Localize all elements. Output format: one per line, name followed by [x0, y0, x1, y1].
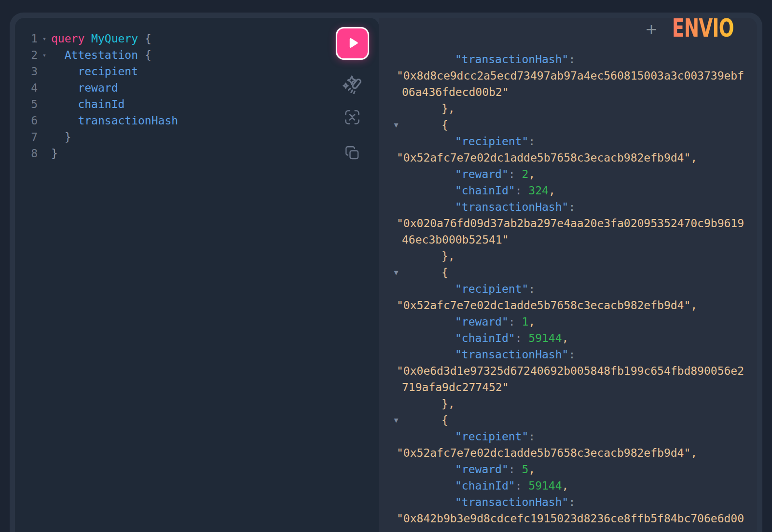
result-row: ▼{ [379, 412, 757, 428]
code-token: : [568, 201, 575, 213]
code-token: recipient [78, 65, 138, 78]
code-token [51, 65, 78, 78]
result-row: "reward": 5, [379, 461, 757, 477]
code-token [51, 49, 65, 61]
play-icon [345, 36, 360, 52]
code-token: 59144 [528, 332, 562, 344]
code-line: 7 } [15, 129, 379, 145]
result-row: ▼{ [379, 264, 757, 281]
result-row: "recipient": [379, 281, 757, 297]
code-token: : [568, 53, 575, 66]
copy-icon [344, 145, 360, 163]
code-token: } [51, 131, 71, 143]
collapse-arrow-icon[interactable]: ▼ [390, 412, 402, 428]
code-token: "chainId" [455, 332, 515, 344]
code-token: 06a436fdecd00b2" [402, 86, 509, 98]
result-row: "transactionHash": [379, 346, 757, 363]
fold-arrow-icon[interactable]: ▾ [38, 47, 51, 63]
code-token: : [528, 430, 535, 443]
code-token: "0x52afc7e7e02dc1adde5b7658c3ecacb982efb… [397, 151, 697, 164]
code-token: "chainId" [455, 479, 515, 492]
result-row: "0x52afc7e7e02dc1adde5b7658c3ecacb982efb… [379, 445, 757, 461]
code-token: : [528, 135, 535, 148]
code-token [51, 98, 78, 110]
code-token: 5 [522, 463, 528, 476]
code-token: { [145, 49, 152, 61]
code-token: : [509, 168, 522, 180]
line-number: 2 [15, 47, 38, 63]
code-token: 46ec3b000b52541" [402, 233, 509, 246]
code-token: "transactionHash" [455, 348, 568, 361]
code-token: 59144 [528, 479, 562, 492]
code-line: 1▾query MyQuery { [15, 30, 379, 47]
collapse-arrow-icon[interactable]: ▼ [390, 117, 402, 133]
code-token: "reward" [455, 463, 509, 476]
line-number: 1 [15, 30, 38, 47]
code-token: { [145, 32, 152, 45]
code-token: , [562, 332, 569, 344]
query-editor[interactable]: 1▾query MyQuery {2▾ Attestation {3 recip… [15, 18, 379, 532]
prettify-icon [342, 74, 363, 96]
code-token [51, 114, 78, 127]
code-text: chainId [51, 96, 124, 112]
code-token: }, [441, 250, 455, 262]
code-text: query MyQuery { [51, 30, 152, 47]
copy-query-button[interactable] [342, 143, 363, 164]
code-token: "transactionHash" [455, 201, 568, 213]
code-token: : [528, 283, 535, 295]
code-token: 2 [522, 168, 528, 180]
code-text: Attestation { [51, 47, 152, 63]
prettify-button[interactable] [342, 74, 363, 95]
merge-fragments-button[interactable] [342, 107, 363, 128]
line-number: 6 [15, 112, 38, 129]
result-row: "chainId": 324, [379, 182, 757, 199]
code-token [138, 32, 145, 45]
execute-query-button[interactable] [336, 27, 369, 60]
line-number: 4 [15, 80, 38, 96]
code-token: "0x8d8ce9dcc2a5ecd73497ab97a4ec560815003… [397, 69, 744, 82]
result-row: "0x52afc7e7e02dc1adde5b7658c3ecacb982efb… [379, 297, 757, 314]
code-text: reward [51, 80, 118, 96]
code-token: , [528, 315, 535, 328]
fold-gutter [38, 63, 51, 80]
editor-lines: 1▾query MyQuery {2▾ Attestation {3 recip… [15, 18, 379, 162]
fold-gutter [38, 145, 51, 162]
code-token: { [441, 414, 448, 426]
code-token: "0x52afc7e7e02dc1adde5b7658c3ecacb982efb… [397, 447, 697, 459]
collapse-arrow-icon[interactable]: ▼ [390, 264, 402, 281]
line-number: 7 [15, 129, 38, 145]
code-line: 2▾ Attestation { [15, 47, 379, 63]
code-token: , [562, 479, 569, 492]
line-number: 3 [15, 63, 38, 80]
code-line: 5 chainId [15, 96, 379, 112]
code-line: 4 reward [15, 80, 379, 96]
result-row: "reward": 1, [379, 314, 757, 330]
code-token: "0x52afc7e7e02dc1adde5b7658c3ecacb982efb… [397, 299, 697, 312]
result-row: "0x842b9b3e9d8cdcefc1915023d8236ce8ffb5f… [379, 510, 757, 527]
results-pane: "transactionHash":"0x8d8ce9dcc2a5ecd7349… [379, 18, 757, 532]
fold-gutter [38, 80, 51, 96]
code-token: "0x0e6d3d1e97325d67240692b005848fb199c65… [397, 365, 744, 377]
playground-panel: 1▾query MyQuery {2▾ Attestation {3 recip… [10, 13, 762, 532]
result-row: 719afa9dc277452" [379, 379, 757, 396]
fold-arrow-icon[interactable]: ▾ [38, 30, 51, 47]
fold-gutter [38, 96, 51, 112]
add-tab-button[interactable]: + [642, 19, 661, 39]
code-token: "chainId" [455, 184, 515, 197]
code-token: "0x842b9b3e9d8cdcefc1915023d8236ce8ffb5f… [397, 512, 744, 525]
code-token: : [515, 479, 529, 492]
code-line: 3 recipient [15, 63, 379, 80]
code-token: , [528, 168, 535, 180]
code-line: 6 transactionHash [15, 112, 379, 129]
line-number: 5 [15, 96, 38, 112]
result-row: "transactionHash": [379, 51, 757, 68]
fold-gutter [38, 129, 51, 145]
result-rows: "transactionHash":"0x8d8ce9dcc2a5ecd7349… [379, 18, 757, 527]
code-token: "recipient" [455, 135, 528, 148]
result-row: "recipient": [379, 428, 757, 445]
code-token: : [515, 332, 529, 344]
code-token: "reward" [455, 168, 509, 180]
result-row: "transactionHash": [379, 199, 757, 215]
code-token: : [568, 496, 575, 508]
code-token: "transactionHash" [455, 496, 568, 508]
